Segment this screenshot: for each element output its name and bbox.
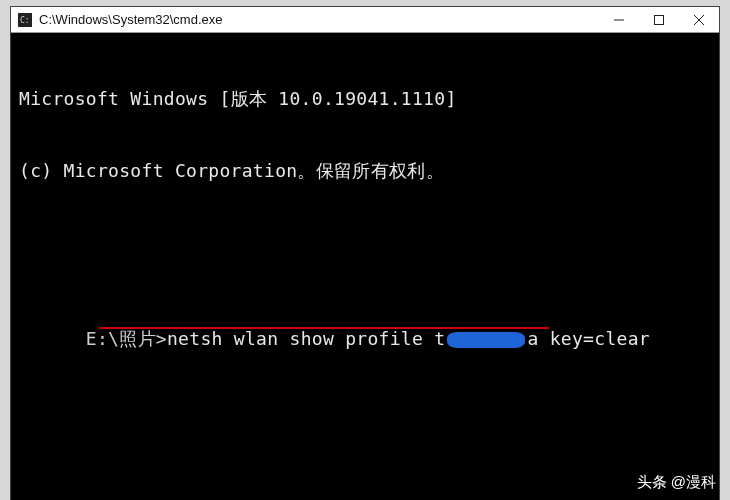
watermark: 头条 @漫科 [637,473,716,492]
window-title: C:\Windows\System32\cmd.exe [39,12,599,27]
svg-text:C:: C: [20,16,30,25]
maximize-button[interactable] [639,7,679,33]
command-line: E:\照片>netsh wlan show profile ta key=cle… [19,303,711,399]
line-version: Microsoft Windows [版本 10.0.19041.1110] [19,87,711,111]
redacted-profile-name-1 [447,332,525,348]
prompt: E:\照片> [86,328,167,349]
blank-line-2 [19,447,711,471]
svg-rect-3 [655,15,664,24]
blank-line [19,231,711,255]
close-button[interactable] [679,7,719,33]
red-underline-command [99,327,549,329]
command-text-2: a key=clear [527,328,650,349]
titlebar[interactable]: C: C:\Windows\System32\cmd.exe [11,7,719,33]
terminal-output-top[interactable]: Microsoft Windows [版本 10.0.19041.1110] (… [11,33,719,500]
command-text-1: netsh wlan show profile t [167,328,445,349]
line-copyright: (c) Microsoft Corporation。保留所有权利。 [19,159,711,183]
cmd-icon: C: [17,12,33,28]
minimize-button[interactable] [599,7,639,33]
cmd-window: C: C:\Windows\System32\cmd.exe Microsoft… [10,6,720,500]
